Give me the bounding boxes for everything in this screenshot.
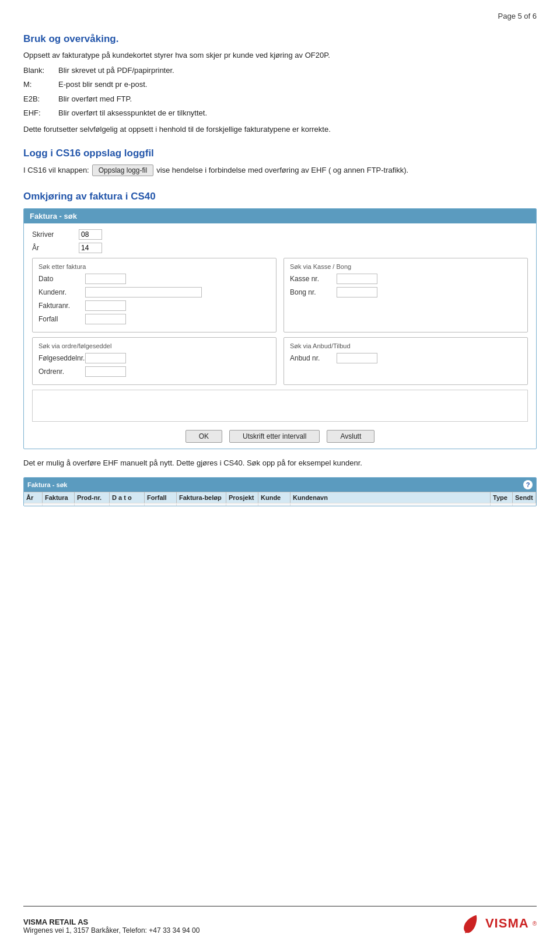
label-folgeseddelnr: Følgeseddelnr. [38, 354, 85, 362]
logg-suffix: vise hendelse i forbindelse med overføri… [156, 164, 408, 177]
field-bongnr: Bong nr. [290, 287, 522, 298]
utskrift-button[interactable]: Utskrift etter intervall [229, 430, 320, 443]
page-pagination: Page 5 of 6 [23, 12, 537, 20]
label-fakturanr: Fakturanr. [38, 302, 85, 310]
sub-panel-soketter: Søk etter faktura Dato Kundenr. Fakturan… [32, 258, 276, 332]
ok-button[interactable]: OK [186, 430, 222, 443]
label-ehf-key: EHF: [23, 107, 58, 119]
cell-sendt [513, 503, 536, 506]
col-dato: D a t o [110, 492, 145, 503]
col-prosjekt: Prosjekt [226, 492, 258, 503]
field-label-aar: År [32, 244, 79, 252]
label-m-key: M: [23, 79, 58, 90]
sub-panel-ordre-title: Søk via ordre/følgeseddel [38, 342, 270, 349]
input-forfall[interactable] [85, 314, 126, 324]
label-e2b-value: Blir overført med FTP. [58, 93, 537, 105]
oppslag-logg-fil-button[interactable]: Oppslag logg-fil [92, 164, 153, 176]
col-prodnr: Prod-nr. [75, 492, 110, 503]
field-input-aar[interactable] [79, 243, 102, 253]
sub-panel-anbud: Søk via Anbud/Tilbud Anbud nr. [284, 337, 528, 385]
sub-panel-kasse-title: Søk via Kasse / Bong [290, 263, 522, 270]
field-kassenr: Kasse nr. [290, 274, 522, 284]
col-kunde: Kunde [258, 492, 290, 503]
cell-forfall [145, 503, 177, 506]
label-kundenr: Kundenr. [38, 288, 85, 296]
intro-note: Dette forutsetter selvfølgelig at oppset… [23, 124, 537, 135]
intro-section: Bruk og overvåking. Oppsett av fakturaty… [23, 33, 537, 135]
cell-aar [24, 503, 43, 506]
table-row [24, 503, 536, 506]
col-headers: År Faktura Prod-nr. D a t o Forfall Fakt… [24, 492, 536, 503]
input-ordrenr[interactable] [85, 366, 126, 377]
faktura-panel-title: Faktura - søk [24, 209, 536, 223]
omkjoring-section: Omkjøring av faktura i CS40 Faktura - sø… [23, 191, 537, 506]
faktura-table-panel: Faktura - søk ? År Faktura Prod-nr. D a … [23, 477, 537, 506]
cell-type [491, 503, 513, 506]
col-type: Type [491, 492, 513, 503]
field-fakturanr: Fakturanr. [38, 300, 270, 311]
label-ehf: EHF: Blir overført til aksesspunktet de … [23, 107, 537, 119]
input-kassenr[interactable] [337, 274, 377, 284]
field-input-skriver[interactable] [79, 229, 102, 240]
field-folgeseddelnr: Følgeseddelnr. [38, 353, 270, 363]
col-faktura: Faktura [43, 492, 75, 503]
cell-prodnr [75, 503, 110, 506]
cell-kundenavn [290, 503, 491, 506]
footer-company: VISMA RETAIL AS [23, 918, 200, 926]
col-aar: År [24, 492, 43, 503]
label-e2b-key: E2B: [23, 93, 58, 105]
field-row-skriver: Skriver [32, 229, 528, 240]
label-ehf-value: Blir overført til aksesspunktet de er ti… [58, 107, 537, 119]
sub-panel-soketter-title: Søk etter faktura [38, 263, 270, 270]
field-ordrenr: Ordrenr. [38, 366, 270, 377]
faktura-table-title: Faktura - søk [27, 481, 67, 488]
empty-results-area [32, 390, 528, 422]
label-anbudnr: Anbud nr. [290, 354, 337, 362]
cell-belop [177, 503, 226, 506]
label-dato: Dato [38, 275, 85, 283]
logg-prefix: I CS16 vil knappen: [23, 164, 89, 177]
field-forfall: Forfall [38, 314, 270, 324]
panel-buttons: OK Utskrift etter intervall Avslutt [32, 430, 528, 443]
col-forfall: Forfall [145, 492, 177, 503]
intro-heading: Bruk og overvåking. [23, 33, 537, 45]
label-m: M: E-post blir sendt pr e-post. [23, 79, 537, 90]
label-blank: Blank: Blir skrevet ut på PDF/papirprint… [23, 65, 537, 76]
sub-panel-anbud-title: Søk via Anbud/Tilbud [290, 342, 522, 349]
col-kundenavn: Kundenavn [290, 492, 491, 503]
input-folgeseddelnr[interactable] [85, 353, 126, 363]
cell-prosjekt [226, 503, 258, 506]
col-sendt: Sendt [513, 492, 536, 503]
faktura-panel-body: Skriver År Søk etter faktura Dato Kunden [24, 223, 536, 449]
visma-logo: VISMA® [460, 912, 537, 935]
label-m-value: E-post blir sendt pr e-post. [58, 79, 537, 90]
input-dato[interactable] [85, 274, 126, 284]
sub-panel-ordre: Søk via ordre/følgeseddel Følgeseddelnr.… [32, 337, 276, 385]
input-anbudnr[interactable] [337, 353, 377, 363]
label-kassenr: Kasse nr. [290, 275, 337, 283]
intro-line1: Oppsett av fakturatype på kundekortet st… [23, 50, 537, 61]
omkjoring-heading: Omkjøring av faktura i CS40 [23, 191, 537, 202]
field-dato: Dato [38, 274, 270, 284]
cell-kunde [258, 503, 290, 506]
visma-text: VISMA [485, 916, 529, 931]
sub-panels-row2: Søk via ordre/følgeseddel Følgeseddelnr.… [32, 337, 528, 385]
col-belop: Faktura-beløp [177, 492, 226, 503]
cell-dato [110, 503, 145, 506]
input-bongnr[interactable] [337, 287, 377, 298]
field-label-skriver: Skriver [32, 230, 79, 239]
sub-panel-kasse: Søk via Kasse / Bong Kasse nr. Bong nr. [284, 258, 528, 332]
faktura-table-header: Faktura - søk ? [24, 478, 536, 492]
help-icon[interactable]: ? [523, 480, 533, 489]
input-kundenr[interactable] [85, 287, 202, 298]
label-forfall: Forfall [38, 315, 85, 323]
faktura-panel: Faktura - søk Skriver År Søk etter faktu… [23, 208, 537, 449]
footer-address-line: Wirgenes vei 1, 3157 Barkåker, Telefon: … [23, 926, 200, 935]
label-e2b: E2B: Blir overført med FTP. [23, 93, 537, 105]
footer-address: VISMA RETAIL AS Wirgenes vei 1, 3157 Bar… [23, 918, 200, 935]
input-fakturanr[interactable] [85, 300, 126, 311]
footer-logo: VISMA® [460, 912, 537, 935]
visma-reg-icon: ® [533, 921, 537, 927]
label-blank-value: Blir skrevet ut på PDF/papirprinter. [58, 65, 537, 76]
avslutt-button[interactable]: Avslutt [327, 430, 374, 443]
